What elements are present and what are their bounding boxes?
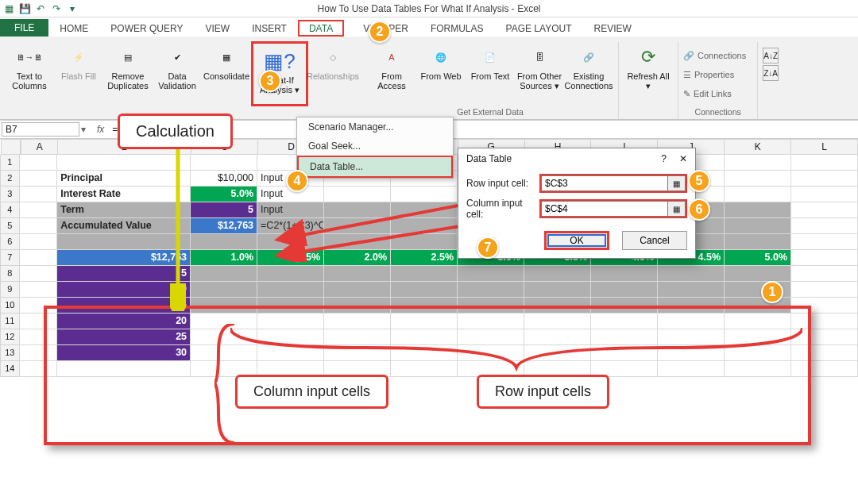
cell-J8[interactable] <box>658 266 725 282</box>
tab-file[interactable]: FILE <box>0 19 48 37</box>
cell-D8[interactable] <box>257 266 324 282</box>
row-hdr-1[interactable]: 1 <box>0 155 20 171</box>
cell-A10[interactable] <box>20 298 57 314</box>
cell-B12[interactable]: 25 <box>57 329 191 345</box>
cell-E10[interactable] <box>324 298 391 314</box>
row-hdr-12[interactable]: 12 <box>0 329 20 345</box>
btn-from-text[interactable]: 📄From Text <box>466 41 515 98</box>
btn-from-access[interactable]: AFrom Access <box>367 41 416 98</box>
cell-K3[interactable] <box>725 187 791 202</box>
btn-refresh-all[interactable]: ⟳Refresh All ▾ <box>624 41 673 98</box>
tab-view[interactable]: VIEW <box>194 20 241 37</box>
sort-za-button[interactable]: Z↓A <box>763 65 779 81</box>
cell-L8[interactable] <box>791 266 858 282</box>
cell-G8[interactable] <box>458 266 524 282</box>
menu-data-table[interactable]: Data Table... <box>297 156 453 178</box>
undo-icon[interactable]: ↶ <box>35 3 46 14</box>
cell-A9[interactable] <box>20 282 57 298</box>
cell-A2[interactable] <box>20 171 57 187</box>
cell-L1[interactable] <box>791 155 858 171</box>
cell-L6[interactable] <box>791 234 858 250</box>
tab-insert[interactable]: INSERT <box>241 20 298 37</box>
cell-H8[interactable] <box>524 266 591 282</box>
cell-I8[interactable] <box>591 266 658 282</box>
ok-button[interactable]: OK <box>544 231 609 250</box>
tab-powerquery[interactable]: POWER QUERY <box>99 20 194 37</box>
cell-H9[interactable] <box>524 282 591 298</box>
cell-B14[interactable] <box>57 361 191 377</box>
row-hdr-5[interactable]: 5 <box>0 218 20 234</box>
cell-F8[interactable] <box>391 266 458 282</box>
cell-K10[interactable] <box>725 298 791 314</box>
cell-A14[interactable] <box>20 361 57 377</box>
row-hdr-10[interactable]: 10 <box>0 298 20 314</box>
cell-L4[interactable] <box>791 202 858 218</box>
cell-J9[interactable] <box>658 282 725 298</box>
tab-formulas[interactable]: FORMULAS <box>419 20 495 37</box>
cell-C9[interactable] <box>191 282 257 298</box>
btn-existing-conn[interactable]: 🔗Existing Connections <box>564 41 613 98</box>
cell-L2[interactable] <box>791 171 858 187</box>
btn-flash-fill[interactable]: ⚡Flash Fill <box>54 41 103 98</box>
cell-E8[interactable] <box>324 266 391 282</box>
cell-B13[interactable]: 30 <box>57 345 191 361</box>
cell-K7[interactable]: 5.0% <box>725 250 791 266</box>
row-hdr-9[interactable]: 9 <box>0 282 20 298</box>
btn-consolidate[interactable]: ▦Consolidate <box>202 41 251 98</box>
menu-scenario-manager[interactable]: Scenario Manager... <box>297 117 453 137</box>
cell-D9[interactable] <box>257 282 324 298</box>
col-input-cell-field[interactable] <box>541 201 668 217</box>
cell-C4[interactable]: 5 <box>191 202 257 218</box>
row-hdr-2[interactable]: 2 <box>0 171 20 187</box>
editlinks-item[interactable]: ✎Edit Links <box>683 86 746 102</box>
cell-C1[interactable] <box>191 155 257 171</box>
btn-from-web[interactable]: 🌐From Web <box>416 41 466 98</box>
tab-home[interactable]: HOME <box>48 20 99 37</box>
properties-item[interactable]: ☰Properties <box>683 67 746 83</box>
btn-text-to-columns[interactable]: 🗎→🗎Text to Columns <box>5 41 54 98</box>
btn-data-validation[interactable]: ✔Data Validation <box>153 41 202 98</box>
btn-relationships[interactable]: ◇Relationships <box>308 41 358 98</box>
save-icon[interactable]: 💾 <box>19 3 30 14</box>
cell-C8[interactable] <box>191 266 257 282</box>
connections-item[interactable]: 🔗Connections <box>683 48 746 63</box>
cell-A8[interactable] <box>20 266 57 282</box>
cell-C3[interactable]: 5.0% <box>191 187 257 202</box>
qat-more-icon[interactable]: ▾ <box>67 3 78 14</box>
btn-from-other[interactable]: 🗄From Other Sources ▾ <box>515 41 564 98</box>
tab-review[interactable]: REVIEW <box>582 20 642 37</box>
row-hdr-4[interactable]: 4 <box>0 202 20 218</box>
row-hdr-11[interactable]: 11 <box>0 314 20 329</box>
range-picker-icon[interactable]: ▦ <box>668 201 686 217</box>
fx-icon[interactable]: fx <box>97 124 104 135</box>
cell-A4[interactable] <box>20 202 57 218</box>
cell-K5[interactable] <box>725 218 791 234</box>
select-all-cell[interactable] <box>1 139 21 155</box>
row-hdr-7[interactable]: 7 <box>0 250 20 266</box>
cell-J10[interactable] <box>658 298 725 314</box>
cell-K6[interactable] <box>725 234 791 250</box>
redo-icon[interactable]: ↷ <box>51 3 62 14</box>
cell-C6[interactable] <box>191 234 257 250</box>
cell-L5[interactable] <box>791 218 858 234</box>
cancel-button[interactable]: Cancel <box>622 231 687 250</box>
row-input-cell-field[interactable] <box>541 175 668 191</box>
cell-K4[interactable] <box>725 202 791 218</box>
cell-F10[interactable] <box>391 298 458 314</box>
cell-C10[interactable] <box>191 298 257 314</box>
cell-A1[interactable] <box>20 155 57 171</box>
menu-goal-seek[interactable]: Goal Seek... <box>297 137 453 156</box>
cell-F9[interactable] <box>391 282 458 298</box>
cell-D10[interactable] <box>257 298 324 314</box>
close-icon[interactable]: ✕ <box>679 153 687 164</box>
cell-K2[interactable] <box>725 171 791 187</box>
drop-icon[interactable]: ▾ <box>81 124 86 135</box>
cell-B11[interactable]: 20 <box>57 314 191 329</box>
row-hdr-6[interactable]: 6 <box>0 234 20 250</box>
cell-L9[interactable] <box>791 282 858 298</box>
cell-A11[interactable] <box>20 314 57 329</box>
tab-pagelayout[interactable]: PAGE LAYOUT <box>495 20 583 37</box>
dialog-titlebar[interactable]: Data Table ? ✕ <box>458 148 695 169</box>
sort-az-button[interactable]: A↓Z <box>763 48 779 63</box>
cell-I9[interactable] <box>591 282 658 298</box>
